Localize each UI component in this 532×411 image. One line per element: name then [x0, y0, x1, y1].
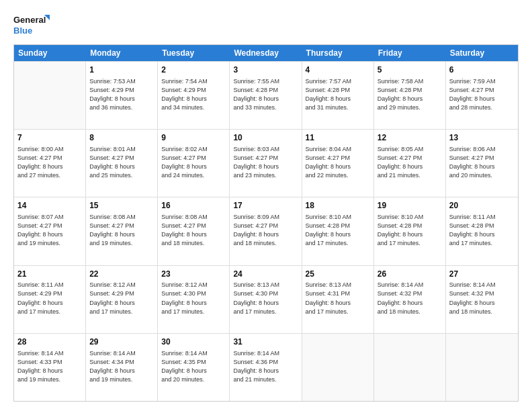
cell-info: Sunrise: 8:14 AM Sunset: 4:36 PM Dayligh… [233, 349, 298, 384]
day-header-friday: Friday [374, 45, 446, 61]
day-number: 16 [161, 200, 226, 212]
cal-cell: 23Sunrise: 8:12 AM Sunset: 4:30 PM Dayli… [158, 266, 230, 333]
cell-info: Sunrise: 8:05 AM Sunset: 4:27 PM Dayligh… [378, 145, 442, 180]
cell-info: Sunrise: 8:06 AM Sunset: 4:27 PM Dayligh… [449, 145, 515, 180]
cal-cell: 13Sunrise: 8:06 AM Sunset: 4:27 PM Dayli… [446, 130, 518, 197]
day-header-wednesday: Wednesday [230, 45, 302, 61]
day-number: 14 [17, 200, 82, 212]
cal-cell: 21Sunrise: 8:11 AM Sunset: 4:29 PM Dayli… [14, 266, 86, 333]
week-row-1: 1Sunrise: 7:53 AM Sunset: 4:29 PM Daylig… [14, 61, 518, 129]
day-number: 15 [89, 200, 154, 212]
cell-info: Sunrise: 8:14 AM Sunset: 4:32 PM Dayligh… [378, 281, 442, 316]
day-number: 24 [233, 269, 298, 280]
cell-info: Sunrise: 8:12 AM Sunset: 4:29 PM Dayligh… [89, 281, 154, 316]
week-row-5: 28Sunrise: 8:14 AM Sunset: 4:33 PM Dayli… [14, 333, 518, 401]
day-number: 3 [233, 64, 298, 76]
cell-info: Sunrise: 8:11 AM Sunset: 4:29 PM Dayligh… [17, 281, 82, 316]
day-number: 5 [378, 64, 442, 76]
day-number: 17 [233, 200, 298, 212]
day-number: 28 [17, 336, 82, 348]
cell-info: Sunrise: 7:59 AM Sunset: 4:27 PM Dayligh… [449, 77, 515, 112]
cal-cell: 28Sunrise: 8:14 AM Sunset: 4:33 PM Dayli… [14, 334, 86, 401]
day-number: 13 [449, 132, 515, 144]
day-number: 8 [89, 132, 154, 144]
cal-cell: 17Sunrise: 8:09 AM Sunset: 4:27 PM Dayli… [230, 197, 302, 265]
day-number: 20 [449, 200, 515, 212]
day-number: 22 [89, 269, 154, 280]
cell-info: Sunrise: 8:13 AM Sunset: 4:30 PM Dayligh… [233, 281, 298, 316]
cal-cell: 31Sunrise: 8:14 AM Sunset: 4:36 PM Dayli… [230, 334, 302, 401]
day-number: 29 [89, 336, 154, 348]
cal-cell: 2Sunrise: 7:54 AM Sunset: 4:29 PM Daylig… [158, 62, 230, 129]
cell-info: Sunrise: 8:14 AM Sunset: 4:32 PM Dayligh… [449, 281, 515, 316]
cell-info: Sunrise: 8:07 AM Sunset: 4:27 PM Dayligh… [17, 213, 82, 248]
day-number: 21 [17, 269, 82, 280]
day-number: 9 [161, 132, 226, 144]
calendar-body: 1Sunrise: 7:53 AM Sunset: 4:29 PM Daylig… [14, 61, 518, 401]
cal-cell: 26Sunrise: 8:14 AM Sunset: 4:32 PM Dayli… [374, 266, 446, 333]
cal-cell: 9Sunrise: 8:02 AM Sunset: 4:27 PM Daylig… [158, 130, 230, 197]
day-number: 4 [306, 64, 370, 76]
day-number: 26 [378, 269, 442, 280]
day-number: 25 [306, 269, 370, 280]
cal-cell: 7Sunrise: 8:00 AM Sunset: 4:27 PM Daylig… [14, 130, 86, 197]
day-number: 23 [161, 269, 226, 280]
day-number: 30 [161, 336, 226, 348]
svg-text:Blue: Blue [13, 26, 32, 36]
calendar: SundayMondayTuesdayWednesdayThursdayFrid… [13, 44, 519, 402]
logo: General Blue [13, 12, 50, 38]
cal-cell: 22Sunrise: 8:12 AM Sunset: 4:29 PM Dayli… [86, 266, 158, 333]
day-number: 11 [306, 132, 370, 144]
cal-cell: 25Sunrise: 8:13 AM Sunset: 4:31 PM Dayli… [302, 266, 374, 333]
calendar-header: SundayMondayTuesdayWednesdayThursdayFrid… [14, 45, 518, 61]
page: General Blue SundayMondayTuesdayWednesda… [0, 0, 532, 411]
cell-info: Sunrise: 8:11 AM Sunset: 4:28 PM Dayligh… [449, 213, 515, 248]
cell-info: Sunrise: 8:03 AM Sunset: 4:27 PM Dayligh… [233, 145, 298, 180]
cal-cell: 10Sunrise: 8:03 AM Sunset: 4:27 PM Dayli… [230, 130, 302, 197]
day-number: 1 [89, 64, 154, 76]
cal-cell [14, 62, 86, 129]
day-number: 6 [449, 64, 515, 76]
logo-svg: General Blue [13, 12, 50, 38]
day-number: 27 [449, 269, 515, 280]
cell-info: Sunrise: 7:55 AM Sunset: 4:28 PM Dayligh… [233, 77, 298, 112]
cell-info: Sunrise: 8:08 AM Sunset: 4:27 PM Dayligh… [161, 213, 226, 248]
day-header-thursday: Thursday [302, 45, 374, 61]
cell-info: Sunrise: 8:10 AM Sunset: 4:28 PM Dayligh… [378, 213, 442, 248]
day-header-saturday: Saturday [446, 45, 518, 61]
week-row-2: 7Sunrise: 8:00 AM Sunset: 4:27 PM Daylig… [14, 129, 518, 197]
cell-info: Sunrise: 8:12 AM Sunset: 4:30 PM Dayligh… [161, 281, 226, 316]
cell-info: Sunrise: 7:58 AM Sunset: 4:28 PM Dayligh… [378, 77, 442, 112]
header: General Blue [13, 12, 519, 38]
cal-cell: 18Sunrise: 8:10 AM Sunset: 4:28 PM Dayli… [302, 197, 374, 265]
cal-cell: 4Sunrise: 7:57 AM Sunset: 4:28 PM Daylig… [302, 62, 374, 129]
day-header-tuesday: Tuesday [158, 45, 230, 61]
cal-cell: 20Sunrise: 8:11 AM Sunset: 4:28 PM Dayli… [446, 197, 518, 265]
cell-info: Sunrise: 8:00 AM Sunset: 4:27 PM Dayligh… [17, 145, 82, 180]
cal-cell: 12Sunrise: 8:05 AM Sunset: 4:27 PM Dayli… [374, 130, 446, 197]
cal-cell: 8Sunrise: 8:01 AM Sunset: 4:27 PM Daylig… [86, 130, 158, 197]
day-header-sunday: Sunday [14, 45, 86, 61]
day-header-monday: Monday [86, 45, 158, 61]
cell-info: Sunrise: 8:08 AM Sunset: 4:27 PM Dayligh… [89, 213, 154, 248]
cell-info: Sunrise: 8:14 AM Sunset: 4:33 PM Dayligh… [17, 349, 82, 384]
cal-cell: 15Sunrise: 8:08 AM Sunset: 4:27 PM Dayli… [86, 197, 158, 265]
cell-info: Sunrise: 8:14 AM Sunset: 4:35 PM Dayligh… [161, 349, 226, 384]
cal-cell [446, 334, 518, 401]
cell-info: Sunrise: 8:04 AM Sunset: 4:27 PM Dayligh… [306, 145, 370, 180]
cal-cell: 19Sunrise: 8:10 AM Sunset: 4:28 PM Dayli… [374, 197, 446, 265]
cell-info: Sunrise: 8:13 AM Sunset: 4:31 PM Dayligh… [306, 281, 370, 316]
cal-cell: 14Sunrise: 8:07 AM Sunset: 4:27 PM Dayli… [14, 197, 86, 265]
day-number: 10 [233, 132, 298, 144]
day-number: 12 [378, 132, 442, 144]
cell-info: Sunrise: 8:02 AM Sunset: 4:27 PM Dayligh… [161, 145, 226, 180]
cal-cell [374, 334, 446, 401]
day-number: 18 [306, 200, 370, 212]
svg-text:General: General [13, 15, 46, 25]
cal-cell: 1Sunrise: 7:53 AM Sunset: 4:29 PM Daylig… [86, 62, 158, 129]
cal-cell [302, 334, 374, 401]
cal-cell: 30Sunrise: 8:14 AM Sunset: 4:35 PM Dayli… [158, 334, 230, 401]
week-row-4: 21Sunrise: 8:11 AM Sunset: 4:29 PM Dayli… [14, 265, 518, 333]
cell-info: Sunrise: 7:54 AM Sunset: 4:29 PM Dayligh… [161, 77, 226, 112]
day-number: 7 [17, 132, 82, 144]
